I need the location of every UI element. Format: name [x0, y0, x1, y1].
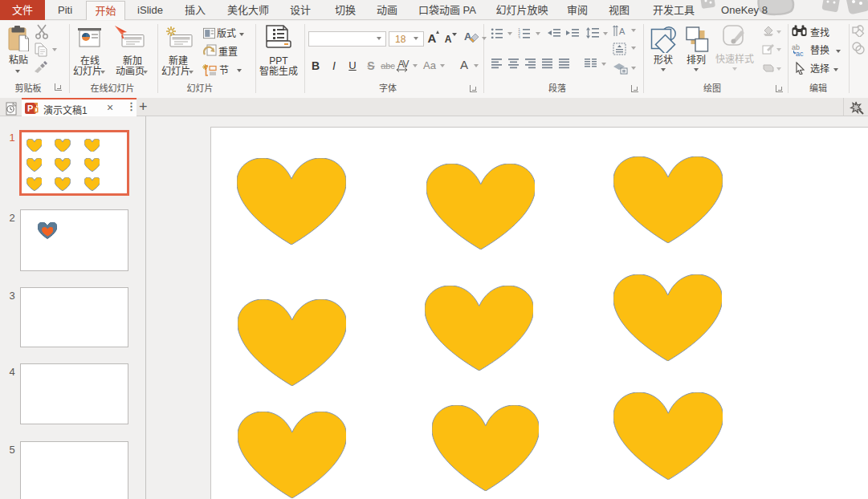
svg-text:3: 3 — [518, 36, 520, 39]
svg-text:ac: ac — [796, 50, 804, 57]
svg-text:A: A — [619, 26, 626, 36]
svg-text:P: P — [27, 103, 33, 113]
